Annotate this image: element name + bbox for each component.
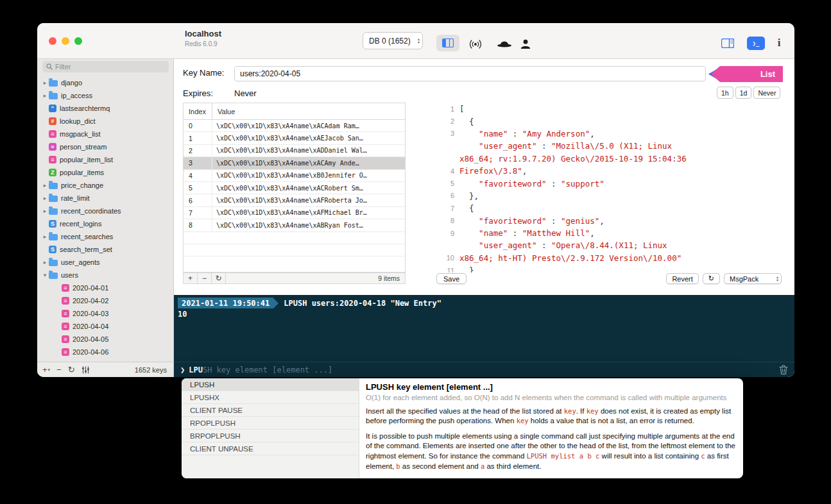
table-row[interactable]: 7\xDC\x00\x1D\x83\xA4name\xAFMichael Br…: [184, 207, 405, 219]
list-key-icon: ≡: [49, 156, 56, 164]
view-toggle-button[interactable]: [436, 35, 459, 51]
sidebar-item-search_term_set[interactable]: Ssearch_term_set: [37, 243, 173, 256]
command-bar[interactable]: ❯ LPU SH key element [element ...]: [174, 362, 794, 377]
value-editor[interactable]: 1[2 {3 "name" : "Amy Anderson", "user_ag…: [436, 103, 794, 273]
chevron-right-icon[interactable]: ▸: [41, 233, 49, 240]
folder-icon: [49, 234, 58, 240]
sidebar-item-2020-04-03[interactable]: ≡2020-04-03: [37, 307, 173, 320]
chevron-right-icon[interactable]: ▸: [41, 208, 49, 214]
revert-button[interactable]: Revert: [666, 273, 698, 284]
add-key-button[interactable]: +▾: [42, 365, 50, 374]
table-row[interactable]: 8\xDC\x00\x1D\x83\xA4name\xABRyan Fost…: [184, 219, 405, 231]
key-label: popular_item_list: [60, 156, 113, 164]
sidebar-item-ip_access[interactable]: ▸ip_access: [37, 89, 173, 102]
key-label: 2020-04-02: [73, 297, 108, 305]
sidebar-item-2020-04-04[interactable]: ≡2020-04-04: [37, 320, 173, 333]
chevron-right-icon[interactable]: ▸: [41, 182, 49, 189]
autocomplete-item-rpoplpush[interactable]: RPOPLPUSH: [182, 417, 359, 430]
monitor-hat-icon[interactable]: [497, 38, 512, 49]
filter-box[interactable]: [42, 61, 169, 72]
terminal-command: LPUSH users:2020-04-18 "New Entry": [284, 299, 441, 308]
table-row[interactable]: 3\xDC\x00\x1D\x83\xA4name\xACAmy Ande…: [184, 157, 405, 169]
table-row[interactable]: 2\xDC\x00\x1D\x83\xA4name\xADDaniel Wal…: [184, 145, 405, 157]
sidebar-item-msgpack_list[interactable]: ≡msgpack_list: [37, 128, 173, 140]
db-selector[interactable]: DB 0 (1652) ▴▾: [363, 32, 423, 49]
autocomplete-item-lpushx[interactable]: LPUSHX: [182, 391, 359, 404]
sidebar-item-users[interactable]: ▾users: [37, 269, 173, 281]
editor-line: x86_64; rv:1.9.7.20) Gecko\/2015-10-19 1…: [436, 153, 794, 165]
table-row[interactable]: 6\xDC\x00\x1D\x83\xA4name\xAFRoberta Jo…: [184, 194, 405, 206]
table-row[interactable]: 0\xDC\x00\x1D\x83\xA4name\xACAdam Ram…: [184, 120, 405, 132]
command-input-typed[interactable]: LPU: [189, 365, 203, 374]
clear-terminal-button[interactable]: [779, 365, 788, 374]
close-button[interactable]: [49, 37, 56, 45]
sidebar-item-popular_items[interactable]: Zpopular_items: [37, 166, 173, 179]
add-item-button[interactable]: +: [184, 273, 198, 283]
stream-key-icon: ≈: [49, 143, 56, 151]
terminal-result: 10: [178, 310, 187, 319]
key-name-input[interactable]: [234, 66, 706, 81]
save-button[interactable]: Save: [436, 273, 467, 284]
sidebar-item-person_stream[interactable]: ≈person_stream: [37, 140, 173, 153]
key-label: ip_access: [61, 92, 92, 99]
format-dropdown[interactable]: MsgPack ▴▾: [724, 273, 782, 284]
zset-key-icon: Z: [49, 169, 56, 176]
autocomplete-item-lpush[interactable]: LPUSH: [182, 378, 359, 391]
zoom-button[interactable]: [74, 37, 82, 45]
chevron-right-icon[interactable]: ▸: [41, 195, 49, 201]
column-header-index[interactable]: Index: [184, 103, 212, 119]
stepper-icon: ▴▾: [776, 276, 778, 282]
sidebar-item-2020-04-01[interactable]: ≡2020-04-01: [37, 281, 173, 294]
key-label: search_term_set: [60, 246, 112, 253]
refresh-items-button[interactable]: ↻: [212, 273, 226, 283]
sidebar-item-recent_logins[interactable]: Srecent_logins: [37, 217, 173, 230]
table-row[interactable]: 5\xDC\x00\x1D\x83\xA4name\xACRobert Sm…: [184, 182, 405, 194]
chevron-right-icon[interactable]: ▸: [41, 80, 49, 86]
sidebar-item-price_change[interactable]: ▸price_change: [37, 179, 173, 192]
remove-item-button[interactable]: −: [198, 273, 212, 283]
autocomplete-item-client-pause[interactable]: CLIENT PAUSE: [182, 404, 359, 417]
stepper-icon: ▴▾: [418, 38, 420, 44]
expire-never-button[interactable]: Never: [753, 87, 780, 99]
chevron-right-icon[interactable]: ▸: [41, 92, 49, 99]
sidebar-item-django[interactable]: ▸django: [37, 76, 173, 89]
chevron-down-icon[interactable]: ▾: [41, 272, 49, 278]
sidebar-item-recent_coordinates[interactable]: ▸recent_coordinates: [37, 205, 173, 217]
filter-input[interactable]: [55, 63, 165, 71]
terminal-toggle-button[interactable]: ❯_: [747, 37, 765, 50]
list-key-icon: ≡: [62, 323, 69, 330]
sidebar-item-popular_item_list[interactable]: ≡popular_item_list: [37, 153, 173, 166]
expire-1d-button[interactable]: 1d: [735, 87, 752, 99]
refresh-editor-button[interactable]: ↻: [703, 273, 720, 284]
pubsub-broadcast-icon[interactable]: [468, 38, 483, 50]
sidebar-item-lastsearchtermq[interactable]: "lastsearchtermq: [37, 102, 173, 115]
key-label: rate_limit: [61, 194, 90, 202]
table-row[interactable]: 4\xDC\x00\x1D\x83\xA4name\xB0Jennifer O…: [184, 170, 405, 182]
autocomplete-item-brpoplpush[interactable]: BRPOPLPUSH: [182, 430, 359, 442]
delete-key-button[interactable]: −: [56, 365, 62, 374]
chevron-right-icon[interactable]: ▸: [41, 259, 49, 265]
refresh-keys-button[interactable]: ↻: [68, 365, 75, 374]
list-key-icon: ≡: [62, 310, 69, 317]
autocomplete-item-client-unpause[interactable]: CLIENT UNPAUSE: [182, 442, 359, 455]
desktop: localhost Redis 6.0.9 DB 0 (1652) ▴▾: [0, 0, 831, 504]
expire-1h-button[interactable]: 1h: [717, 87, 733, 99]
info-icon[interactable]: i: [774, 36, 784, 50]
key-label: popular_items: [60, 169, 104, 176]
sidebar-item-2020-04-06[interactable]: ≡2020-04-06: [37, 346, 173, 358]
table-row-empty: [184, 244, 405, 256]
split-view-icon[interactable]: [721, 38, 734, 48]
chevron-down-icon: ▾: [48, 367, 51, 373]
sidebar-item-2020-04-02[interactable]: ≡2020-04-02: [37, 294, 173, 307]
clients-person-icon[interactable]: [520, 38, 531, 50]
minimize-button[interactable]: [62, 37, 69, 45]
filter-settings-icon[interactable]: [81, 366, 90, 374]
sidebar-item-rate_limit[interactable]: ▸rate_limit: [37, 192, 173, 205]
sidebar-item-user_agents[interactable]: ▸user_agents: [37, 256, 173, 269]
sidebar-item-recent_searches[interactable]: ▸recent_searches: [37, 230, 173, 243]
sidebar-item-lookup_dict[interactable]: #lookup_dict: [37, 115, 173, 128]
column-header-value[interactable]: Value: [212, 108, 405, 115]
terminal-output: 2021-01-11 19:50:41 LPUSH users:2020-04-…: [174, 295, 794, 362]
sidebar-item-2020-04-05[interactable]: ≡2020-04-05: [37, 333, 173, 346]
table-row[interactable]: 1\xDC\x00\x1D\x83\xA4name\xAEJacob San…: [184, 132, 405, 144]
